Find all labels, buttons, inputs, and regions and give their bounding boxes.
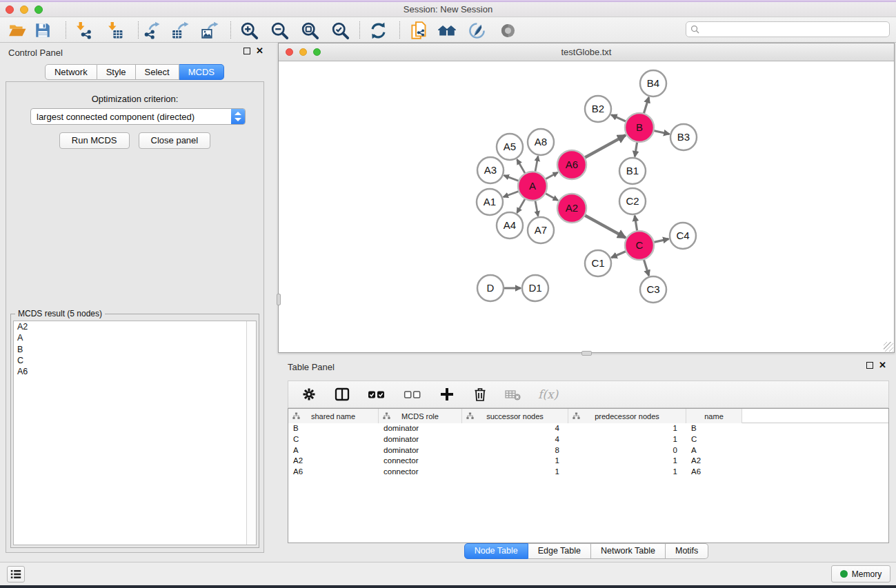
table-row-a2[interactable]: A2connector11A2 — [288, 456, 888, 467]
node-D1[interactable]: D1 — [522, 275, 548, 301]
zoom-in-icon[interactable] — [237, 20, 261, 41]
network-canvas[interactable]: AA6A2BCA5A8A3A1A4A7B2B4B3B1C2C4C1C3DD1 — [279, 61, 894, 352]
criterion-select-value: largest connected component (directed) — [37, 112, 195, 122]
criterion-select[interactable]: largest connected component (directed) — [30, 108, 246, 125]
node-B[interactable]: B — [625, 113, 654, 142]
mcds-result-item-a6[interactable]: A6 — [14, 366, 256, 377]
delete-table-icon[interactable] — [505, 386, 521, 403]
deselect-all-checkboxes-icon[interactable] — [403, 386, 422, 403]
mcds-result-item-a2[interactable]: A2 — [14, 321, 256, 332]
node-A1[interactable]: A1 — [477, 189, 503, 215]
mcds-result-item-a[interactable]: A — [14, 332, 256, 343]
float-table-panel-icon[interactable] — [866, 362, 873, 369]
node-C4[interactable]: C4 — [670, 223, 696, 249]
table-tab-network-table[interactable]: Network Table — [591, 543, 666, 559]
function-builder-icon[interactable]: f(x) — [538, 387, 558, 401]
close-panel-icon[interactable]: ✕ — [256, 47, 263, 55]
table-tab-motifs[interactable]: Motifs — [666, 543, 708, 559]
cell-shared-name: B — [288, 423, 379, 434]
tab-network[interactable]: Network — [45, 64, 97, 80]
minimize-window-button[interactable] — [20, 6, 28, 14]
toolbar-separator — [138, 21, 139, 39]
node-C[interactable]: C — [625, 231, 654, 260]
table-row-b[interactable]: Bdominator41B — [288, 423, 888, 434]
node-A6[interactable]: A6 — [557, 150, 586, 179]
column-header-predecessor-nodes[interactable]: predecessor nodes — [568, 409, 686, 423]
float-panel-icon[interactable] — [243, 48, 250, 54]
zoom-selected-icon[interactable] — [328, 20, 352, 41]
tab-style[interactable]: Style — [97, 64, 136, 80]
svg-text:B: B — [636, 121, 643, 133]
apply-style-icon[interactable] — [465, 20, 488, 41]
node-C3[interactable]: C3 — [640, 276, 666, 303]
node-B2[interactable]: B2 — [585, 96, 611, 122]
node-A4[interactable]: A4 — [497, 212, 523, 239]
close-view-button[interactable] — [286, 48, 293, 56]
node-C2[interactable]: C2 — [619, 188, 646, 214]
table-tab-node-table[interactable]: Node Table — [464, 543, 528, 559]
close-window-button[interactable] — [6, 6, 14, 14]
import-network-icon[interactable] — [71, 20, 94, 41]
import-table-icon[interactable] — [103, 20, 126, 41]
table-row-a[interactable]: Adominator80A — [288, 445, 888, 456]
cybrowser-home-icon[interactable] — [435, 20, 459, 41]
node-A3[interactable]: A3 — [477, 157, 504, 183]
close-panel-button[interactable]: Close panel — [139, 132, 211, 149]
settings-gear-icon[interactable] — [301, 386, 317, 403]
column-header-successor-nodes[interactable]: successor nodes — [462, 409, 568, 423]
delete-column-icon[interactable] — [472, 386, 488, 403]
cell-mcds-role: dominator — [379, 445, 462, 456]
export-image-icon[interactable] — [198, 20, 221, 41]
table-row-a6[interactable]: A6connector11A6 — [288, 467, 888, 478]
mcds-result-list[interactable]: A2ABCA6 — [13, 321, 257, 545]
mcds-result-item-c[interactable]: C — [14, 355, 256, 366]
table-tab-edge-table[interactable]: Edge Table — [528, 543, 591, 559]
open-session-icon[interactable] — [6, 20, 29, 41]
node-A8[interactable]: A8 — [528, 129, 554, 155]
task-history-button[interactable] — [7, 566, 25, 582]
network-window-titlebar[interactable]: testGlobe.txt — [279, 43, 894, 61]
search-input[interactable] — [702, 25, 885, 34]
tab-select[interactable]: Select — [136, 64, 179, 80]
save-session-icon[interactable] — [31, 20, 54, 41]
add-column-icon[interactable] — [439, 386, 455, 403]
zoom-out-icon[interactable] — [268, 20, 291, 41]
toolbar-search-field[interactable] — [686, 21, 890, 37]
table-row-c[interactable]: Cdominator41C — [288, 434, 888, 445]
show-hide-graphics-icon[interactable] — [496, 20, 519, 41]
minimize-view-button[interactable] — [299, 48, 307, 56]
mcds-result-item-b[interactable]: B — [14, 344, 256, 355]
node-table[interactable]: shared nameMCDS rolesuccessor nodesprede… — [288, 408, 889, 543]
export-table-icon[interactable] — [168, 20, 192, 41]
close-table-panel-icon[interactable]: ✕ — [879, 361, 886, 369]
node-A5[interactable]: A5 — [497, 134, 523, 160]
export-network-icon[interactable] — [139, 20, 163, 41]
refresh-view-icon[interactable] — [366, 20, 390, 41]
network-view-window: testGlobe.txt AA6A2BCA5A8A3A1A4A7B2B4B3B… — [278, 43, 895, 353]
node-C1[interactable]: C1 — [585, 250, 611, 276]
node-B4[interactable]: B4 — [640, 70, 666, 97]
zoom-view-button[interactable] — [313, 48, 321, 56]
node-B3[interactable]: B3 — [670, 124, 697, 150]
window-resize-grip[interactable] — [884, 342, 893, 352]
scrollbar-track[interactable] — [246, 321, 256, 545]
network-from-file-icon[interactable] — [407, 20, 430, 41]
column-header-mcds-role[interactable]: MCDS role — [379, 409, 462, 423]
node-A[interactable]: A — [518, 172, 547, 201]
node-B1[interactable]: B1 — [619, 158, 646, 184]
node-A7[interactable]: A7 — [528, 217, 554, 243]
tab-mcds[interactable]: MCDS — [179, 64, 224, 80]
node-A2[interactable]: A2 — [557, 194, 586, 223]
horizontal-splitter-handle[interactable] — [581, 351, 592, 356]
memory-button[interactable]: Memory — [831, 565, 890, 582]
zoom-fit-icon[interactable] — [298, 20, 321, 41]
column-header-name[interactable]: name — [686, 409, 742, 423]
cell-successor-nodes: 4 — [462, 423, 568, 434]
select-all-checkboxes-icon[interactable] — [367, 386, 386, 403]
run-mcds-button[interactable]: Run MCDS — [59, 132, 130, 149]
column-header-shared-name[interactable]: shared name — [288, 409, 379, 423]
node-D[interactable]: D — [477, 275, 504, 301]
vertical-splitter-handle[interactable] — [277, 294, 281, 305]
zoom-window-button[interactable] — [34, 6, 43, 14]
show-columns-icon[interactable] — [334, 386, 350, 403]
